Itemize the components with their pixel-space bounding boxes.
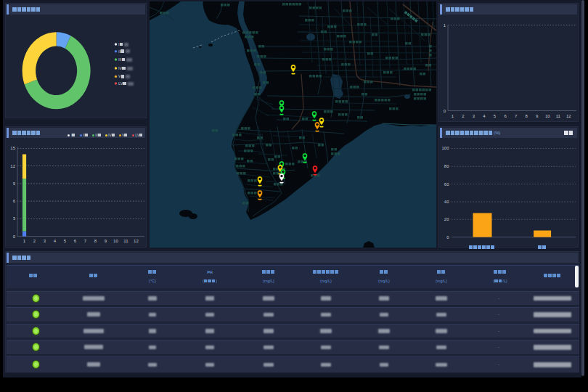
svg-text:0: 0	[13, 234, 16, 239]
svg-text:1: 1	[452, 114, 454, 118]
svg-text:6: 6	[504, 114, 507, 118]
svg-text:1: 1	[444, 23, 446, 28]
svg-text:9: 9	[13, 181, 16, 186]
svg-text:15: 15	[10, 146, 15, 150]
svg-text:12: 12	[10, 164, 15, 168]
svg-text:80: 80	[444, 164, 449, 168]
svg-text:60: 60	[444, 182, 449, 187]
svg-text:3: 3	[44, 239, 46, 243]
svg-text:3: 3	[13, 216, 16, 221]
svg-text:8: 8	[525, 114, 528, 118]
svg-text:6: 6	[74, 239, 77, 243]
svg-text:20: 20	[444, 217, 449, 221]
svg-text:2: 2	[33, 239, 36, 243]
svg-text:8: 8	[94, 239, 97, 243]
svg-text:40: 40	[444, 200, 449, 204]
svg-text:0: 0	[446, 235, 449, 240]
svg-text:7: 7	[84, 239, 87, 243]
svg-text:12: 12	[566, 114, 571, 118]
svg-text:2: 2	[462, 114, 465, 118]
svg-text:10: 10	[113, 239, 118, 243]
svg-text:3: 3	[473, 114, 475, 118]
svg-text:10: 10	[545, 114, 550, 118]
svg-text:11: 11	[123, 239, 128, 243]
svg-text:9: 9	[536, 114, 539, 118]
svg-text:5: 5	[494, 114, 497, 118]
svg-text:4: 4	[483, 114, 486, 118]
svg-text:1: 1	[23, 239, 26, 243]
svg-text:0: 0	[444, 109, 446, 113]
svg-text:100: 100	[441, 146, 449, 150]
svg-text:5: 5	[64, 239, 67, 243]
svg-text:9: 9	[105, 239, 107, 243]
svg-text:12: 12	[134, 239, 139, 243]
svg-text:11: 11	[556, 114, 561, 118]
svg-text:7: 7	[515, 114, 518, 118]
svg-text:4: 4	[54, 239, 57, 243]
svg-text:6: 6	[13, 199, 16, 203]
